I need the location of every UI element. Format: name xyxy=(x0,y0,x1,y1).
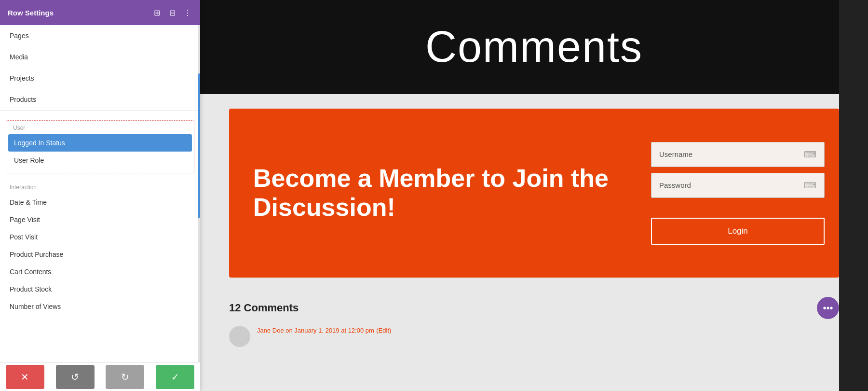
close-button[interactable]: ✕ xyxy=(6,365,44,389)
scroll-indicator[interactable] xyxy=(198,25,200,362)
join-form: Username ⌨ Password ⌨ Forgot your passwo… xyxy=(637,127,839,259)
user-section: User Logged In Status User Role xyxy=(6,120,194,173)
expand-icon[interactable]: ⊞ xyxy=(152,8,162,17)
comment-row: Jane Doe on January 1, 2019 at 12:00 pm … xyxy=(229,326,839,347)
confirm-button[interactable]: ✓ xyxy=(156,365,194,389)
collapse-icon[interactable]: ⊟ xyxy=(167,8,177,17)
page-visit-item[interactable]: Page Visit xyxy=(0,211,200,228)
product-stock-item[interactable]: Product Stock xyxy=(0,280,200,298)
product-purchase-item[interactable]: Product Purchase xyxy=(0,246,200,263)
nav-item-projects[interactable]: Projects xyxy=(0,68,200,89)
number-of-views-item[interactable]: Number of Views xyxy=(0,298,200,315)
more-icon[interactable]: ⋮ xyxy=(183,8,192,17)
logged-in-status-item[interactable]: Logged In Status xyxy=(8,134,192,152)
nav-items: Pages Media Projects Products xyxy=(0,25,200,111)
left-panel: Row Settings ⊞ ⊟ ⋮ Pages Media Projects … xyxy=(0,0,200,391)
nav-item-media[interactable]: Media xyxy=(0,46,200,68)
password-placeholder: Password xyxy=(659,181,691,189)
scroll-thumb[interactable] xyxy=(198,73,200,218)
forgot-password-link[interactable]: Forgot your password? xyxy=(651,202,825,209)
panel-header: Row Settings ⊞ ⊟ ⋮ xyxy=(0,0,200,25)
join-heading: Become a Member to Join the Discussion! xyxy=(253,164,612,222)
cart-contents-item[interactable]: Cart Contents xyxy=(0,263,200,280)
avatar xyxy=(229,326,250,347)
password-icon: ⌨ xyxy=(804,180,816,191)
interaction-section-label: Interaction xyxy=(0,181,200,194)
user-section-label: User xyxy=(6,125,194,134)
nav-item-products[interactable]: Products xyxy=(0,89,200,110)
main-content: Become a Member to Join the Discussion! … xyxy=(200,94,868,391)
date-time-item[interactable]: Date & Time xyxy=(0,194,200,211)
comments-count: 12 Comments xyxy=(229,302,298,314)
login-button[interactable]: Login xyxy=(651,218,825,245)
comments-count-row: 12 Comments ••• xyxy=(229,297,839,319)
bottom-toolbar: ✕ ↺ ↻ ✓ xyxy=(0,362,200,391)
comments-header: Comments xyxy=(200,0,868,94)
comment-edit-link[interactable]: (Edit) xyxy=(376,327,391,334)
join-section: Become a Member to Join the Discussion! … xyxy=(229,109,839,278)
join-text: Become a Member to Join the Discussion! xyxy=(229,140,637,246)
right-panel: Comments Become a Member to Join the Dis… xyxy=(200,0,868,391)
comments-title: Comments xyxy=(425,22,643,72)
more-options-button[interactable]: ••• xyxy=(817,297,839,319)
list-area: User Logged In Status User Role Interact… xyxy=(0,111,200,362)
password-input[interactable]: Password ⌨ xyxy=(651,173,825,198)
panel-title: Row Settings xyxy=(8,9,54,17)
comment-meta-text: Jane Doe on January 1, 2019 at 12:00 pm … xyxy=(257,326,391,335)
username-placeholder: Username xyxy=(659,150,692,158)
panel-header-icons: ⊞ ⊟ ⋮ xyxy=(152,8,192,17)
user-role-item[interactable]: User Role xyxy=(6,152,194,169)
interaction-section: Interaction Date & Time Page Visit Post … xyxy=(0,177,200,319)
username-input[interactable]: Username ⌨ xyxy=(651,142,825,167)
redo-button[interactable]: ↻ xyxy=(106,365,144,389)
post-visit-item[interactable]: Post Visit xyxy=(0,228,200,246)
nav-item-pages[interactable]: Pages xyxy=(0,25,200,46)
username-icon: ⌨ xyxy=(804,149,816,160)
comment-author-date: Jane Doe on January 1, 2019 at 12:00 pm xyxy=(257,327,374,334)
right-edge-bar xyxy=(839,0,868,391)
undo-button[interactable]: ↺ xyxy=(56,365,95,389)
